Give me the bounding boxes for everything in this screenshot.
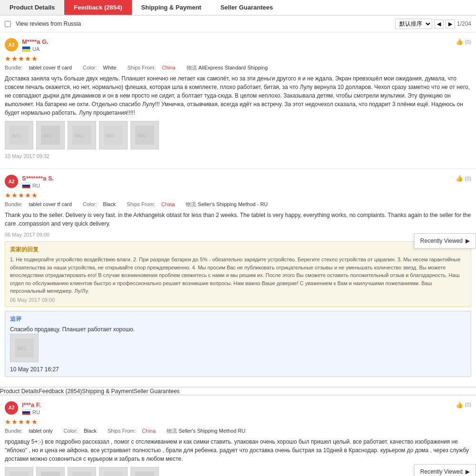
review-images [5,467,471,476]
review-date: 10 May 2017 09:32 [5,153,471,159]
star-rating: ★★★★★ [5,191,471,199]
review-image[interactable]: IMG [99,121,128,149]
review-item: A2 S*******a S. RU 👍 (0) ★★★★★ Bundle: t… [0,169,476,387]
followup: 追评 Спасибо продавцу. Планшет работает хо… [5,311,471,377]
sticky-tab-seller-guarantees[interactable]: Seller Guarantees [134,388,180,395]
tab-feedback[interactable]: Feedback (2854) [64,0,131,15]
recently-viewed-button-1[interactable]: Recently Viewed ▶ [414,233,476,248]
russia-filter-label: View reviews from Russia [16,20,81,27]
tab-shipping[interactable]: Shipping & Payment [132,0,211,15]
svg-text:IMG: IMG [138,133,147,139]
review-meta: Bundle: tablet cover tf card Color: Blac… [5,201,471,208]
prev-page-button[interactable]: ◀ [434,20,444,29]
reviewer-name[interactable]: l***a F. [22,401,41,408]
recently-viewed-button-2[interactable]: Recently Viewed ▶ [414,464,476,476]
sort-select[interactable]: 默认排序 [395,19,432,29]
review-image[interactable] [130,467,159,476]
flag-icon [22,409,30,415]
review-image[interactable]: IMG [10,334,39,362]
review-image[interactable]: IMG [5,121,33,149]
reviewer-info: A3 M****a G. UA [5,38,49,52]
reviewer-country: RU [22,409,41,415]
reply-date: 06 May 2017 09:00 [10,297,466,303]
review-images: IMG IMG IMG IMG IMG [5,121,471,149]
review-image[interactable] [36,467,65,476]
review-date: 06 May 2017 09:00 [5,232,471,238]
review-image[interactable] [99,467,128,476]
svg-text:IMG: IMG [17,346,26,351]
russia-filter-checkbox[interactable] [5,21,11,27]
avatar: A3 [5,38,18,51]
chevron-right-icon: ▶ [466,238,470,244]
avatar: A2 [5,401,18,415]
thumbup-icon[interactable]: 👍 [456,175,463,182]
sticky-tab-bar: Product Details Feedback (2854) Shipping… [0,387,476,396]
review-meta: Bundle: tablet only Color: Black Ships F… [5,427,471,435]
reviewer-country: RU [22,183,54,188]
avatar: A2 [5,175,18,188]
review-text: продавцу 5+:-) все подробно рассказал , … [5,437,471,463]
thumbup-icon[interactable]: 👍 [456,401,463,408]
review-text: Thank you to the seller. Delivery is ver… [5,211,471,228]
flag-icon [22,46,30,52]
svg-rect-13 [41,472,60,476]
reviews-container-2: A2 l***a F. RU 👍 (0) ★★★★★ Bundle: table… [0,396,476,476]
followup-title: 追评 [10,315,466,323]
svg-text:IMG: IMG [106,133,115,139]
review-header: A2 l***a F. RU 👍 (0) [5,401,471,415]
tab-product-details[interactable]: Product Details [0,0,64,15]
reviewer-info: A2 l***a F. RU [5,401,41,415]
helpful-section: 👍 (0) [456,401,471,408]
review-image[interactable]: IMG [68,121,96,149]
svg-rect-14 [72,472,91,476]
followup-images: IMG [10,334,466,362]
reviewer-name[interactable]: S*******a S. [22,175,54,182]
reviewer-name[interactable]: M****a G. [22,38,49,45]
top-tab-bar: Product Details Feedback (2854) Shipping… [0,0,476,16]
review-image[interactable]: IMG [36,121,65,149]
reviewer-info: A2 S*******a S. RU [5,175,54,188]
review-meta: Bundle: tablet cover tf card Color: Whit… [5,64,471,71]
svg-text:IMG: IMG [43,133,52,139]
review-header: A2 S*******a S. RU 👍 (0) [5,175,471,188]
svg-text:IMG: IMG [12,133,21,139]
svg-rect-15 [104,472,123,476]
followup-date: 10 May 2017 16:27 [10,366,466,373]
reply-text: 1. Не подвергайте устройство воздействию… [10,256,466,295]
reviews-container: A3 M****a G. UA 👍 (0) ★★★★★ Bundle: tabl… [0,32,476,387]
sticky-tab-feedback[interactable]: Feedback (2854) [39,388,82,395]
reply-title: 卖家的回复 [10,246,466,254]
helpful-section: 👍 (0) [456,38,471,45]
svg-text:IMG: IMG [75,133,84,139]
helpful-section: 👍 (0) [456,175,471,182]
next-page-button[interactable]: ▶ [446,20,455,29]
star-rating: ★★★★★ [5,418,471,426]
review-item: A2 l***a F. RU 👍 (0) ★★★★★ Bundle: table… [0,396,476,476]
filter-left: View reviews from Russia [5,20,81,27]
svg-rect-12 [10,472,29,476]
sticky-tab-product-details[interactable]: Product Details [0,388,39,395]
reviewer-country: UA [22,46,49,52]
filter-right: 默认排序 ◀ ▶ 1/204 [395,19,471,29]
review-item: A3 M****a G. UA 👍 (0) ★★★★★ Bundle: tabl… [0,32,476,169]
followup-text: Спасибо продавцу. Планшет работает хорош… [10,325,466,334]
seller-reply: 卖家的回复 1. Не подвергайте устройство возде… [5,241,471,307]
thumbup-icon[interactable]: 👍 [456,38,463,45]
svg-rect-16 [135,472,154,476]
flag-icon [22,183,30,188]
review-header: A3 M****a G. UA 👍 (0) [5,38,471,52]
review-image[interactable] [5,467,33,476]
filter-bar: View reviews from Russia 默认排序 ◀ ▶ 1/204 [0,16,476,32]
review-image[interactable] [68,467,96,476]
sticky-tab-shipping[interactable]: Shipping & Payment [82,388,134,395]
page-indicator: 1/204 [457,20,471,27]
star-rating: ★★★★★ [5,55,471,62]
review-text: Доставка заняла чуть больше двух недель.… [5,74,471,117]
review-image[interactable]: IMG [130,121,159,149]
chevron-right-icon: ▶ [466,468,470,475]
tab-seller-guarantees[interactable]: Seller Guarantees [211,0,283,15]
